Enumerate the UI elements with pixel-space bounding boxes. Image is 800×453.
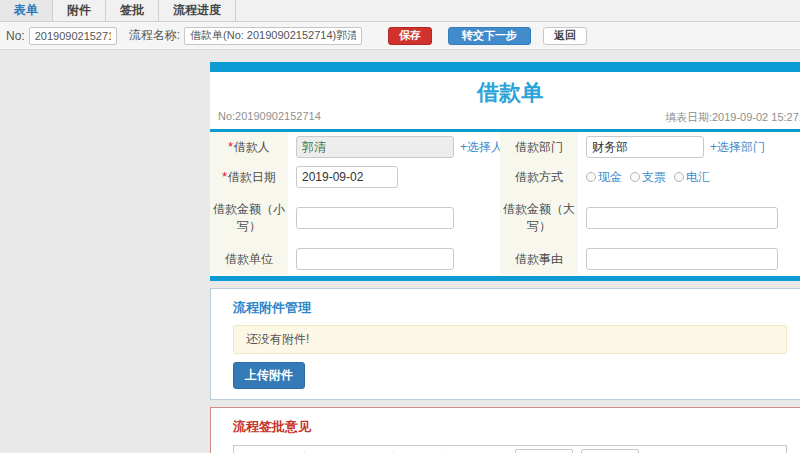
department-label: 借款部门 [500, 132, 578, 162]
tab-form[interactable]: 表单 [0, 0, 53, 21]
borrower-input[interactable] [296, 136, 454, 158]
attachment-panel: 流程附件管理 还没有附件! 上传附件 [210, 288, 800, 400]
flow-name-input[interactable] [184, 27, 362, 45]
radio-wire[interactable]: 电汇 [674, 169, 710, 186]
bulleted-list-icon[interactable] [418, 450, 438, 453]
styles-dropdown[interactable]: 样式 [515, 449, 573, 453]
amount-upper-label: 借款金额（大写） [500, 192, 578, 244]
approval-section-title: 流程签批意见 [233, 418, 787, 436]
loan-unit-input[interactable] [296, 248, 454, 270]
indent-icon[interactable] [467, 450, 487, 453]
save-button[interactable]: 保存 [388, 27, 432, 45]
loan-date-input[interactable] [296, 166, 398, 188]
amount-lower-input[interactable] [296, 207, 454, 229]
format-dropdown[interactable]: 格式 [581, 449, 639, 453]
tab-attachment[interactable]: 附件 [53, 0, 106, 21]
amount-lower-field [288, 192, 500, 244]
link-icon[interactable] [329, 450, 349, 453]
tab-bar: 表单 附件 签批 流程进度 [0, 0, 800, 22]
next-step-button[interactable]: 转交下一步 [448, 27, 531, 45]
radio-cheque[interactable]: 支票 [630, 169, 666, 186]
loan-method-radio-group: 现金 支票 电汇 [586, 169, 710, 186]
loan-reason-field [578, 244, 800, 274]
loan-reason-input[interactable] [586, 248, 778, 270]
flow-name-label: 流程名称: [129, 27, 180, 44]
radio-cash[interactable]: 现金 [586, 169, 622, 186]
fill-date: 填表日期:2019-09-02 15:27:1 [665, 110, 800, 125]
amount-upper-field [578, 192, 800, 244]
tab-approval[interactable]: 签批 [106, 0, 159, 21]
loan-unit-field [288, 244, 500, 274]
loan-date-label: *借款日期 [210, 162, 288, 192]
doc-number: No:20190902152714 [218, 110, 321, 125]
no-input[interactable] [29, 27, 117, 45]
form-row-amount: 借款金额（小写） 借款金额（大写） [210, 192, 800, 244]
rich-text-editor: B I abc [233, 445, 787, 453]
bold-icon[interactable]: B [240, 450, 260, 453]
radio-button-icon[interactable] [586, 172, 596, 182]
strikethrough-icon[interactable]: abc [276, 450, 300, 453]
form-row-date: *借款日期 借款方式 现金 支票 电 [210, 162, 800, 192]
department-input[interactable] [586, 136, 704, 158]
amount-upper-input[interactable] [586, 207, 778, 229]
form-row-borrower: *借款人 +选择人员 借款部门 +选择部门 [210, 132, 800, 162]
panel-top-bar [210, 62, 800, 72]
italic-icon[interactable]: I [260, 450, 276, 453]
select-department-link[interactable]: +选择部门 [710, 139, 765, 156]
back-button[interactable]: 返回 [543, 27, 587, 45]
upload-attachment-button[interactable]: 上传附件 [233, 362, 305, 389]
loan-reason-label: 借款事由 [500, 244, 578, 274]
unlink-icon[interactable] [349, 450, 369, 453]
form-row-unit: 借款单位 借款事由 [210, 244, 800, 276]
borrower-label: *借款人 [210, 132, 288, 162]
loan-method-field: 现金 支票 电汇 [578, 162, 800, 192]
doc-meta-row: No:20190902152714 填表日期:2019-09-02 15:27:… [210, 108, 800, 129]
attachment-section-title: 流程附件管理 [233, 299, 787, 317]
flag-icon[interactable] [369, 450, 389, 453]
outdent-icon[interactable] [447, 450, 467, 453]
page-title: 借款单 [210, 80, 800, 106]
no-attachment-alert: 还没有附件! [233, 325, 787, 354]
loan-date-field [288, 162, 500, 192]
no-label: No: [6, 29, 25, 43]
remove-format-icon[interactable] [309, 450, 329, 453]
radio-button-icon[interactable] [674, 172, 684, 182]
numbered-list-icon[interactable] [398, 450, 418, 453]
panel-bottom-bar [210, 276, 800, 281]
form-toolbar: No: 流程名称: 保存 转交下一步 返回 [0, 22, 800, 50]
page-content: 借款单 No:20190902152714 填表日期:2019-09-02 15… [0, 50, 800, 453]
required-mark: * [222, 170, 227, 184]
loan-method-label: 借款方式 [500, 162, 578, 192]
borrower-field: +选择人员 [288, 132, 500, 162]
loan-unit-label: 借款单位 [210, 244, 288, 274]
tab-progress[interactable]: 流程进度 [159, 0, 236, 21]
editor-toolbar: B I abc [234, 446, 786, 453]
loan-form-panel: 借款单 No:20190902152714 填表日期:2019-09-02 15… [210, 62, 800, 281]
radio-button-icon[interactable] [630, 172, 640, 182]
approval-panel: 流程签批意见 B I abc [210, 407, 800, 453]
required-mark: * [228, 140, 233, 154]
amount-lower-label: 借款金额（小写） [210, 192, 288, 244]
department-field: +选择部门 [578, 132, 800, 162]
blockquote-icon[interactable]: ” [487, 450, 507, 453]
